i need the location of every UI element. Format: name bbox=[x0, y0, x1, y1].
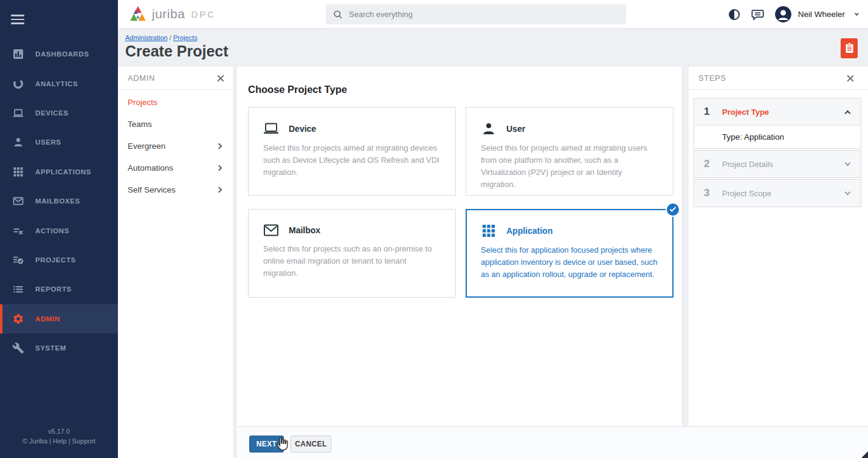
sidebar-item-mailboxes[interactable]: MAILBOXES bbox=[0, 186, 118, 216]
sidebar-item-users[interactable]: USERS bbox=[0, 128, 118, 157]
main-panel: Choose Project Type Device Select this f… bbox=[237, 67, 683, 426]
close-icon[interactable] bbox=[846, 74, 855, 83]
chat-icon[interactable] bbox=[751, 8, 765, 21]
step-number: 3 bbox=[704, 187, 722, 199]
card-title: Mailbox bbox=[289, 225, 320, 235]
sidebar-item-system[interactable]: SYSTEM bbox=[0, 333, 118, 363]
logo-text: juriba bbox=[152, 7, 185, 21]
sidebar-item-applications[interactable]: APPLICATIONS bbox=[0, 157, 118, 186]
chevron-up-icon bbox=[845, 110, 851, 116]
admin-nav-item-teams[interactable]: Teams bbox=[118, 113, 233, 135]
admin-nav-label: Self Services bbox=[128, 185, 176, 194]
step-header-project-scope[interactable]: 3 Project Scope bbox=[694, 180, 861, 207]
admin-nav-item-evergreen[interactable]: Evergreen bbox=[118, 135, 233, 157]
card-title: Device bbox=[289, 124, 316, 134]
contrast-icon[interactable] bbox=[728, 9, 740, 21]
chevron-right-icon bbox=[216, 143, 222, 149]
admin-nav-item-automations[interactable]: Automations bbox=[118, 157, 233, 179]
dashboard-icon bbox=[12, 48, 24, 60]
topbar-actions: Neil Wheeler bbox=[728, 0, 858, 29]
person-icon bbox=[481, 122, 497, 135]
project-type-card-mailbox[interactable]: Mailbox Select this for projects such as… bbox=[248, 209, 456, 298]
sidebar-item-label: SYSTEM bbox=[35, 344, 66, 352]
admin-nav-item-projects[interactable]: Projects bbox=[118, 91, 233, 113]
mailboxes-icon bbox=[12, 195, 24, 207]
breadcrumb-link-projects[interactable]: Projects bbox=[173, 34, 198, 41]
admin-nav-header: ADMIN bbox=[118, 67, 233, 90]
sidebar-item-analytics[interactable]: ANALYTICS bbox=[0, 69, 118, 98]
analytics-icon bbox=[12, 78, 24, 90]
sidebar-item-label: DEVICES bbox=[35, 109, 69, 117]
admin-nav-label: Evergreen bbox=[128, 142, 165, 151]
devices-icon bbox=[12, 107, 24, 119]
step-label: Project Details bbox=[722, 160, 773, 169]
main-heading: Choose Project Type bbox=[248, 84, 347, 95]
search-input[interactable] bbox=[349, 10, 604, 19]
steps-title: STEPS bbox=[698, 73, 726, 83]
applications-icon bbox=[12, 166, 24, 178]
next-button[interactable]: NEXT bbox=[249, 436, 284, 453]
admin-nav-label: Teams bbox=[128, 120, 152, 129]
breadcrumb-link-administration[interactable]: Administration bbox=[125, 34, 168, 41]
sidebar-item-label: PROJECTS bbox=[35, 256, 76, 264]
juriba-logo-icon bbox=[129, 5, 147, 23]
page-header-band: Administration / Projects Create Project bbox=[118, 29, 868, 67]
card-title: User bbox=[506, 124, 525, 134]
steps-accordion: 1 Project Type Type: Application 2 Proje… bbox=[694, 98, 861, 208]
selected-check-icon bbox=[666, 202, 680, 217]
avatar[interactable] bbox=[775, 6, 791, 22]
project-type-card-device[interactable]: Device Select this for projects aimed at… bbox=[248, 107, 456, 196]
sidebar-item-actions[interactable]: ACTIONS bbox=[0, 216, 118, 245]
envelope-icon bbox=[263, 224, 279, 236]
logo: juriba DPC bbox=[129, 5, 216, 23]
admin-gear-icon bbox=[12, 313, 24, 325]
step-number: 1 bbox=[704, 106, 722, 118]
admin-nav-title: ADMIN bbox=[128, 73, 155, 83]
sidebar-item-devices[interactable]: DEVICES bbox=[0, 98, 118, 128]
step-label: Project Type bbox=[722, 108, 769, 117]
chevron-right-icon bbox=[216, 186, 222, 193]
breadcrumb-separator: / bbox=[170, 34, 171, 41]
card-head: Device bbox=[263, 122, 441, 135]
page-title: Create Project bbox=[125, 43, 229, 60]
actions-icon bbox=[12, 225, 24, 237]
close-icon[interactable] bbox=[216, 74, 225, 83]
card-description: Select this for projects aimed at migrat… bbox=[263, 142, 441, 179]
app-root: DASHBOARDS ANALYTICS DEVICES USERS bbox=[0, 0, 868, 458]
chevron-down-icon bbox=[845, 160, 851, 166]
sidebar-item-label: USERS bbox=[35, 138, 61, 146]
resize-handle[interactable] bbox=[861, 451, 868, 458]
topbar: juriba DPC Neil Wheeler bbox=[118, 0, 868, 29]
logo-suffix: DPC bbox=[191, 9, 216, 19]
sidebar-item-label: MAILBOXES bbox=[35, 197, 80, 205]
card-head: Application bbox=[481, 224, 658, 238]
admin-nav-item-self-services[interactable]: Self Services bbox=[118, 179, 233, 200]
step-header-project-type[interactable]: 1 Project Type bbox=[694, 98, 861, 125]
steps-header: STEPS bbox=[689, 67, 868, 90]
user-menu[interactable]: Neil Wheeler bbox=[798, 10, 845, 19]
step-detail: Type: Application bbox=[722, 132, 784, 142]
step-header-project-details[interactable]: 2 Project Details bbox=[694, 151, 861, 177]
chevron-down-icon[interactable] bbox=[855, 11, 859, 15]
menu-icon[interactable] bbox=[11, 15, 24, 24]
clipboard-icon[interactable] bbox=[841, 38, 858, 58]
sidebar-nav: DASHBOARDS ANALYTICS DEVICES USERS bbox=[0, 39, 118, 363]
sidebar-item-admin[interactable]: ADMIN bbox=[0, 304, 118, 333]
card-description: Select this for application focused proj… bbox=[481, 244, 658, 281]
sidebar-item-reports[interactable]: REPORTS bbox=[0, 275, 118, 304]
search-box[interactable] bbox=[326, 4, 626, 24]
project-type-card-user[interactable]: User Select this for projects aimed at m… bbox=[466, 107, 673, 196]
admin-nav-list: Projects Teams Evergreen Automations Sel… bbox=[118, 91, 233, 200]
footer-links[interactable]: © Juriba | Help | Support bbox=[0, 437, 118, 445]
sidebar-item-projects[interactable]: PROJECTS bbox=[0, 245, 118, 275]
cancel-button[interactable]: CANCEL bbox=[291, 436, 331, 453]
sidebar-item-label: DASHBOARDS bbox=[35, 50, 89, 58]
users-icon bbox=[12, 136, 24, 148]
sidebar-item-dashboards[interactable]: DASHBOARDS bbox=[0, 39, 118, 69]
step-project-scope: 3 Project Scope bbox=[694, 179, 861, 207]
admin-nav-panel: ADMIN Projects Teams Evergreen Automatio… bbox=[118, 67, 234, 458]
sidebar-item-label: ACTIONS bbox=[35, 227, 69, 234]
project-type-card-application[interactable]: Application Select this for application … bbox=[466, 209, 673, 298]
reports-icon bbox=[12, 283, 24, 295]
laptop-icon bbox=[263, 122, 279, 135]
